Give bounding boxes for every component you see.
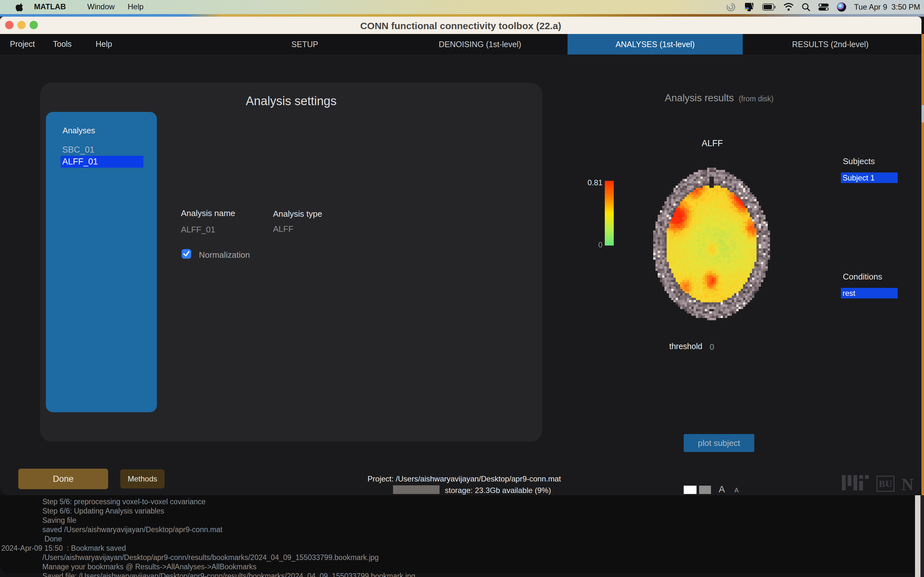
menubar-status-icons: Tue Apr 9 3:50 PM — [726, 0, 920, 14]
tab-setup[interactable]: SETUP — [217, 34, 393, 55]
battery-icon[interactable] — [762, 3, 776, 11]
nav-menu-tools[interactable]: Tools — [53, 39, 71, 49]
nav-menu-help[interactable]: Help — [95, 39, 112, 49]
analysis-list-item[interactable]: ALFF_01 — [61, 156, 144, 168]
nav-tabs: SETUPDENOISING (1st-level)ANALYSES (1st-… — [217, 34, 918, 55]
menubar-item-help[interactable]: Help — [128, 2, 144, 11]
brain-alff-map[interactable] — [646, 165, 777, 322]
menubar-app-name[interactable]: MATLAB — [34, 2, 66, 11]
analysis-name-label: Analysis name — [181, 208, 235, 218]
colorbar-max-label: 0.81 — [582, 178, 603, 187]
project-path: Project: /Users/aishwaryavijayan/Desktop… — [304, 474, 625, 484]
background-color-swatch-white[interactable] — [684, 486, 696, 494]
siri-icon[interactable] — [837, 2, 846, 12]
console-line: Step 5/6: preprocessing voxel-to-voxel c… — [42, 498, 206, 506]
subjects-label: Subjects — [843, 156, 875, 166]
panel-title: Analysis settings — [40, 94, 542, 108]
subjects-list: Subject 1 — [841, 172, 898, 183]
results-title-text: Analysis results — [665, 92, 734, 103]
font-size-decrease-button[interactable]: A — [734, 487, 738, 494]
conditions-label: Conditions — [843, 272, 882, 282]
threshold-label: threshold — [669, 342, 702, 351]
subject-list-item[interactable]: Subject 1 — [841, 172, 898, 183]
console-line: Saved file: /Users/aishwaryavijayan/Desk… — [42, 572, 415, 577]
console-log: Step 5/6: preprocessing voxel-to-voxel c… — [0, 495, 915, 573]
normalization-checkbox[interactable] — [182, 249, 191, 259]
analysis-list-item[interactable]: SBC_01 — [61, 144, 144, 156]
analysis-type-label: Analysis type — [273, 209, 322, 219]
right-edge-window — [921, 34, 924, 495]
background-color-swatch-gray[interactable] — [699, 486, 711, 494]
methods-button[interactable]: Methods — [120, 469, 165, 488]
checkmark-icon — [182, 249, 191, 259]
mit-logo — [842, 475, 846, 490]
menubar-item-window[interactable]: Window — [87, 2, 115, 11]
northeastern-logo: N — [901, 475, 914, 494]
done-button[interactable]: Done — [18, 469, 108, 489]
display-icon[interactable] — [744, 2, 754, 12]
condition-list-item[interactable]: rest — [841, 288, 898, 298]
right-edge-scroll-thumb[interactable] — [921, 105, 924, 122]
analyses-list: SBC_01ALFF_01 — [61, 144, 144, 168]
console-line: Step 6/6: Updating Analysis variables — [42, 507, 164, 516]
console-line: Saving file — [42, 516, 76, 525]
tab-denoising[interactable]: DENOISING (1st-level) — [393, 34, 567, 55]
plot-subject-button[interactable]: plot subject — [684, 434, 754, 452]
bu-logo: BU — [877, 476, 895, 492]
analysis-type-value[interactable]: ALFF — [273, 224, 294, 234]
main-area: Analysis settings Analyses SBC_01ALFF_01… — [0, 55, 921, 495]
map-title: ALFF — [680, 139, 744, 148]
console-scrollbar[interactable] — [915, 495, 921, 577]
time-machine-icon[interactable] — [726, 2, 736, 12]
console-scroll-track — [921, 495, 924, 577]
console-line: /Users/aishwaryavijayan/Desktop/apr9-con… — [42, 553, 379, 562]
colorbar — [605, 181, 614, 245]
wifi-icon[interactable] — [783, 3, 794, 11]
console-line: 2024-Apr-09 15:50 : Bookmark saved — [1, 544, 126, 553]
analysis-name-value[interactable]: ALFF_01 — [181, 225, 215, 235]
console-line: saved /Users/aishwaryavijayan/Desktop/ap… — [42, 525, 222, 534]
window-title: CONN functional connectivity toolbox (22… — [0, 21, 921, 31]
colorbar-min-label: 0 — [582, 240, 603, 250]
results-title-suffix: (from disk) — [737, 95, 774, 103]
screen: MATLAB Window Help — [0, 0, 924, 577]
apple-logo-icon[interactable] — [15, 2, 24, 13]
spotlight-search-icon[interactable] — [801, 3, 811, 11]
analyses-listbox: Analyses SBC_01ALFF_01 — [46, 112, 157, 412]
control-center-icon[interactable] — [818, 3, 829, 11]
conn-nav-bar: Project Tools Help SETUPDENOISING (1st-l… — [0, 34, 921, 55]
threshold-value[interactable]: 0 — [710, 342, 714, 351]
console-line: Done — [42, 535, 62, 543]
normalization-label: Normalization — [199, 250, 250, 260]
window-title-bar: CONN functional connectivity toolbox (22… — [0, 17, 921, 34]
macos-menu-bar: MATLAB Window Help — [0, 0, 924, 14]
nav-menu-project[interactable]: Project — [10, 39, 35, 49]
conditions-list: rest — [841, 288, 898, 298]
analyses-label: Analyses — [63, 126, 95, 135]
background-window-edge — [0, 14, 924, 17]
results-title: Analysis results (from disk) — [665, 92, 774, 104]
institution-logos: BU N — [842, 475, 918, 492]
tab-results[interactable]: RESULTS (2nd-level) — [743, 34, 918, 55]
console-line: Manage your bookmarks @ Results->AllAnal… — [42, 562, 257, 571]
analysis-settings-panel: Analysis settings Analyses SBC_01ALFF_01… — [40, 83, 542, 442]
font-size-increase-button[interactable]: A — [719, 484, 725, 495]
tab-analyses[interactable]: ANALYSES (1st-level) — [567, 34, 743, 55]
menubar-clock[interactable]: Tue Apr 9 3:50 PM — [854, 3, 920, 11]
storage-text: storage: 23.3Gb available (9%) — [338, 486, 658, 495]
